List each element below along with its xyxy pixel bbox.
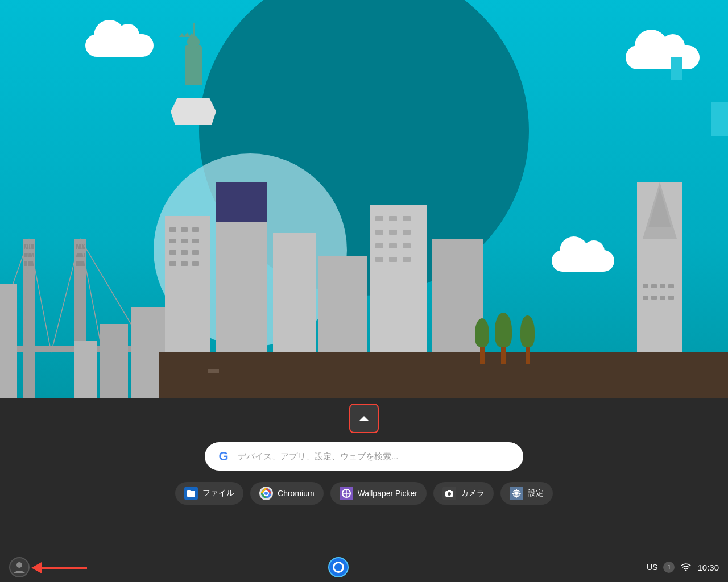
statue-torch [193, 23, 195, 37]
svg-point-49 [515, 492, 518, 495]
svg-line-2 [29, 239, 51, 352]
svg-rect-33 [668, 284, 674, 288]
svg-rect-26 [403, 243, 411, 248]
svg-rect-15 [169, 261, 176, 266]
svg-rect-20 [403, 216, 411, 221]
svg-rect-14 [192, 250, 199, 255]
wifi-svg [681, 563, 691, 571]
svg-rect-18 [375, 216, 383, 221]
chromium-svg [261, 488, 271, 498]
svg-rect-13 [181, 250, 188, 255]
svg-rect-10 [181, 239, 188, 243]
tree-3 [520, 315, 535, 364]
svg-rect-22 [389, 230, 397, 235]
cloud-1 [85, 34, 154, 57]
user-avatar-svg [13, 560, 26, 574]
svg-rect-35 [651, 296, 657, 300]
svg-rect-25 [389, 243, 397, 248]
street [159, 352, 728, 398]
chevron-up-icon [359, 416, 369, 421]
svg-point-50 [16, 562, 22, 568]
svg-rect-19 [389, 216, 397, 221]
bridge-bldg-1 [0, 284, 17, 398]
chromium-label: Chromium [278, 489, 315, 498]
locale-label: US [647, 563, 657, 572]
network-count: 1 [667, 564, 671, 571]
folder-svg [187, 489, 196, 498]
svg-line-3 [51, 239, 80, 352]
svg-rect-9 [169, 239, 176, 243]
svg-rect-16 [181, 261, 188, 266]
crosswalk-1 [208, 369, 219, 373]
bldg-dark-top [216, 182, 267, 222]
tray-left [9, 557, 30, 577]
system-tray: US 1 10:30 [0, 552, 728, 582]
svg-rect-31 [651, 284, 657, 288]
app-dock: ファイル Chromium [175, 482, 553, 505]
svg-rect-37 [668, 296, 674, 300]
teal-accent-2 [711, 102, 728, 136]
svg-rect-24 [375, 243, 383, 248]
svg-rect-28 [389, 257, 397, 262]
svg-point-44 [264, 492, 268, 495]
svg-rect-29 [403, 257, 411, 262]
tree-1 [475, 318, 489, 364]
wallpaper [0, 0, 728, 398]
wifi-icon [680, 562, 692, 573]
arrow-line [42, 567, 87, 569]
taskbar: G デバイス、アプリ、設定、ウェブを検索... ファイル [0, 398, 728, 582]
svg-point-47 [448, 492, 451, 496]
statue-head [187, 36, 200, 48]
statue-body [185, 45, 202, 85]
dock-item-wallpaper[interactable]: Wallpaper Picker [330, 482, 427, 505]
dock-item-settings[interactable]: 設定 [500, 482, 553, 505]
chromeos-inner-circle [333, 562, 344, 573]
tree-2 [495, 313, 512, 364]
wallpaper-icon [340, 487, 353, 500]
clock: 10:30 [697, 563, 719, 572]
cloud-3 [626, 45, 700, 69]
google-logo: G [216, 449, 231, 464]
chromium-icon [259, 487, 273, 500]
user-avatar[interactable] [9, 557, 30, 577]
svg-marker-39 [648, 188, 671, 227]
svg-rect-8 [192, 227, 199, 232]
search-placeholder-text: デバイス、アプリ、設定、ウェブを検索... [238, 451, 399, 462]
launcher-button[interactable] [349, 404, 379, 433]
settings-icon [510, 487, 523, 500]
camera-icon [442, 487, 456, 500]
svg-rect-23 [403, 230, 411, 235]
camera-svg [445, 489, 454, 498]
svg-rect-11 [192, 239, 199, 243]
svg-point-51 [685, 570, 687, 572]
svg-rect-30 [643, 284, 648, 288]
svg-rect-41 [187, 490, 191, 492]
teal-accent-1 [671, 57, 682, 80]
statue-base [171, 80, 216, 125]
svg-rect-36 [660, 296, 665, 300]
svg-rect-12 [169, 250, 176, 255]
svg-rect-17 [192, 261, 199, 266]
dock-item-chromium[interactable]: Chromium [250, 482, 324, 505]
svg-rect-32 [660, 284, 665, 288]
wallpaper-label: Wallpaper Picker [358, 489, 417, 498]
dock-item-files[interactable]: ファイル [175, 482, 243, 505]
statue-of-liberty [159, 11, 228, 125]
bldg-left-3 [74, 341, 97, 398]
settings-label: 設定 [528, 488, 544, 498]
tray-right-area[interactable]: US 1 10:30 [647, 562, 719, 573]
svg-rect-7 [181, 227, 188, 232]
search-bar[interactable]: G デバイス、アプリ、設定、ウェブを検索... [205, 442, 523, 471]
svg-rect-27 [375, 257, 383, 262]
files-label: ファイル [202, 488, 234, 498]
cloud-4 [552, 250, 614, 272]
crown-spike-3 [179, 33, 185, 37]
red-arrow-annotation [31, 562, 87, 573]
gear-svg [512, 489, 521, 498]
svg-rect-21 [375, 230, 383, 235]
network-icon: 1 [663, 562, 675, 573]
svg-rect-34 [643, 296, 648, 300]
tray-chromeos-icon[interactable] [328, 557, 349, 577]
dock-item-camera[interactable]: カメラ [433, 482, 494, 505]
wallpaper-svg [342, 489, 351, 498]
